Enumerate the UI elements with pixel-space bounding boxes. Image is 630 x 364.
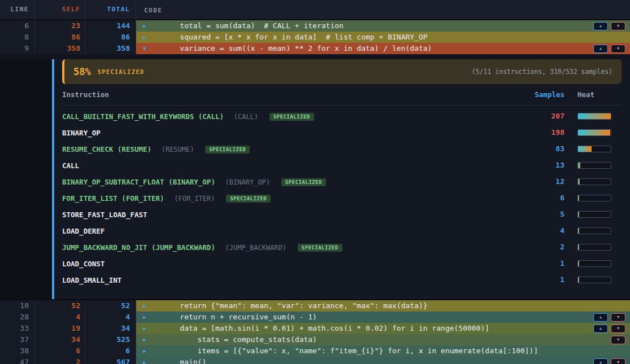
instruction-base-opcode: (CALL)	[234, 113, 258, 121]
disclosure-triangle-icon[interactable]: ▶	[143, 300, 151, 312]
jump-down-button[interactable]: ▼	[611, 358, 625, 364]
heat-cell	[571, 227, 622, 234]
jump-down-button[interactable]: ▼	[611, 22, 625, 30]
instruction-name: CALL	[62, 161, 79, 170]
heat-bar-fill	[578, 179, 580, 185]
heat-bar-track	[577, 146, 611, 152]
code-line-row: 33 19 34 ▶ data = [math.sin(i * 0.01) + …	[0, 323, 630, 334]
disclosure-triangle-icon[interactable]: ▶	[143, 32, 151, 43]
instruction-name-cell: BINARY_OP	[62, 127, 519, 138]
instruction-name-cell: LOAD_CONST	[62, 258, 519, 269]
instruction-name: RESUME_CHECK (RESUME)	[62, 145, 151, 154]
jump-down-button[interactable]: ▼	[611, 45, 625, 53]
instruction-name: FOR_ITER_LIST (FOR_ITER)	[62, 194, 164, 203]
code-cell[interactable]: ▶ squared = [x * x for x in data] # list…	[136, 32, 630, 43]
self-sample-count: 86	[35, 32, 85, 43]
jump-up-button[interactable]: ▲	[593, 45, 608, 53]
code-text: return n + recursive_sum(n - 1)	[162, 312, 317, 323]
specialization-meta: (5/11 instructions, 310/532 samples)	[472, 68, 612, 76]
instruction-name-cell: CALL	[62, 160, 519, 170]
code-cell[interactable]: ▶ return {"mean": mean, "var": variance,…	[136, 300, 630, 312]
heat-bar-track	[577, 113, 611, 120]
instruction-row: RESUME_CHECK (RESUME) (RESUME) SPECIALIZ…	[62, 141, 622, 157]
disclosure-triangle-icon[interactable]: ▼	[143, 43, 151, 54]
total-sample-count: 358	[85, 43, 136, 54]
jump-down-button[interactable]: ▼	[611, 313, 625, 322]
gutter-shadow	[0, 59, 52, 299]
jump-up-button[interactable]: ▲	[593, 358, 608, 364]
code-text: stats = compute_stats(data)	[162, 334, 317, 345]
line-column-header: LINE	[0, 0, 35, 20]
code-cell[interactable]: ▼ variance = sum((x - mean) ** 2 for x i…	[136, 43, 630, 54]
line-number: 10	[0, 300, 35, 312]
instruction-name-cell: STORE_FAST_LOAD_FAST	[62, 209, 519, 220]
instruction-base-opcode: (RESUME)	[162, 146, 194, 154]
instruction-name: CALL_BUILTIN_FAST_WITH_KEYWORDS (CALL)	[62, 112, 224, 121]
total-sample-count: 525	[85, 334, 136, 345]
instruction-row: BINARY_OP_SUBTRACT_FLOAT (BINARY_OP) (BI…	[62, 173, 622, 190]
instruction-table: Instruction Samples Heat CALL_BUILTIN_FA…	[62, 84, 622, 288]
code-cell[interactable]: ▶ total = sum(data) # CALL + iteration ▲…	[136, 20, 630, 32]
code-cell[interactable]: ▶ items = [{"value": x, "name": f"item_{…	[136, 345, 630, 357]
instruction-row: LOAD_CONST 1	[62, 255, 622, 271]
disclosure-triangle-icon[interactable]: ▶	[143, 334, 151, 345]
instruction-samples: 83	[519, 144, 564, 153]
total-column-header: TOTAL	[85, 0, 136, 20]
heat-bar-fill	[578, 146, 592, 152]
instruction-name-cell: CALL_BUILTIN_FAST_WITH_KEYWORDS (CALL) (…	[62, 111, 519, 121]
samples-header: Samples	[519, 90, 564, 99]
instruction-samples: 198	[519, 128, 564, 137]
jump-down-button[interactable]: ▼	[611, 336, 625, 344]
code-cell[interactable]: ▶ stats = compute_stats(data) ▲ ▼	[136, 334, 630, 345]
row-nav-buttons: ▲ ▼	[593, 324, 625, 333]
heat-bar-track	[577, 211, 611, 218]
jump-up-button[interactable]: ▲	[593, 324, 608, 333]
row-nav-buttons: ▲ ▼	[593, 336, 625, 344]
code-cell[interactable]: ▶ main() ▲ ▼	[136, 357, 630, 364]
heat-bar-track	[577, 195, 611, 201]
code-text: squared = [x * x for x in data] # list c…	[162, 32, 428, 43]
instruction-name: BINARY_OP	[62, 129, 101, 137]
heat-cell	[571, 211, 622, 218]
heat-cell	[571, 162, 622, 169]
specialized-label: SPECIALIZED	[98, 69, 145, 75]
disclosure-triangle-icon[interactable]: ▶	[143, 312, 151, 323]
disclosure-triangle-icon[interactable]: ▶	[143, 20, 151, 32]
total-sample-count: 34	[85, 323, 136, 334]
instruction-name: LOAD_CONST	[62, 260, 105, 268]
heat-bar-fill	[578, 130, 610, 135]
total-sample-count: 144	[85, 20, 136, 32]
jump-down-button[interactable]: ▼	[611, 324, 625, 333]
code-cell[interactable]: ▶ return n + recursive_sum(n - 1) ▲ ▼	[136, 312, 630, 323]
disclosure-triangle-icon[interactable]: ▶	[143, 323, 151, 334]
heat-cell	[571, 146, 622, 152]
heat-bar-fill	[578, 261, 579, 266]
instruction-header: Instruction	[62, 90, 519, 99]
line-number: 9	[0, 43, 35, 54]
total-sample-count: 4	[85, 312, 136, 323]
instruction-samples: 6	[519, 194, 564, 202]
line-number: 8	[0, 32, 35, 43]
instruction-samples: 5	[519, 210, 564, 218]
instruction-name-cell: RESUME_CHECK (RESUME) (RESUME) SPECIALIZ…	[62, 143, 519, 154]
jump-up-button[interactable]: ▲	[593, 313, 608, 322]
specialization-panel: 58% SPECIALIZED (5/11 instructions, 310/…	[0, 59, 630, 299]
instruction-name-cell: JUMP_BACKWARD_NO_JIT (JUMP_BACKWARD) (JU…	[62, 242, 519, 252]
specialized-badge: SPECIALIZED	[205, 146, 250, 154]
heat-bar-fill	[578, 163, 580, 168]
self-sample-count: 6	[35, 345, 85, 357]
specialized-badge: SPECIALIZED	[298, 244, 342, 252]
code-text: data = [math.sin(i * 0.01) + math.cos(i …	[162, 323, 489, 334]
heat-bar-fill	[578, 113, 611, 119]
disclosure-triangle-icon[interactable]: ▶	[143, 357, 151, 364]
instruction-row: CALL_BUILTIN_FAST_WITH_KEYWORDS (CALL) (…	[62, 108, 622, 124]
heat-bar-track	[577, 162, 611, 169]
instruction-samples: 4	[519, 226, 564, 235]
row-nav-buttons: ▲ ▼	[593, 313, 625, 322]
self-sample-count: 19	[35, 323, 85, 334]
code-cell[interactable]: ▶ data = [math.sin(i * 0.01) + math.cos(…	[136, 323, 630, 334]
instruction-row: STORE_FAST_LOAD_FAST 5	[62, 206, 622, 222]
disclosure-triangle-icon[interactable]: ▶	[143, 345, 151, 357]
jump-up-button[interactable]: ▲	[593, 22, 608, 30]
self-sample-count: 2	[35, 357, 85, 364]
